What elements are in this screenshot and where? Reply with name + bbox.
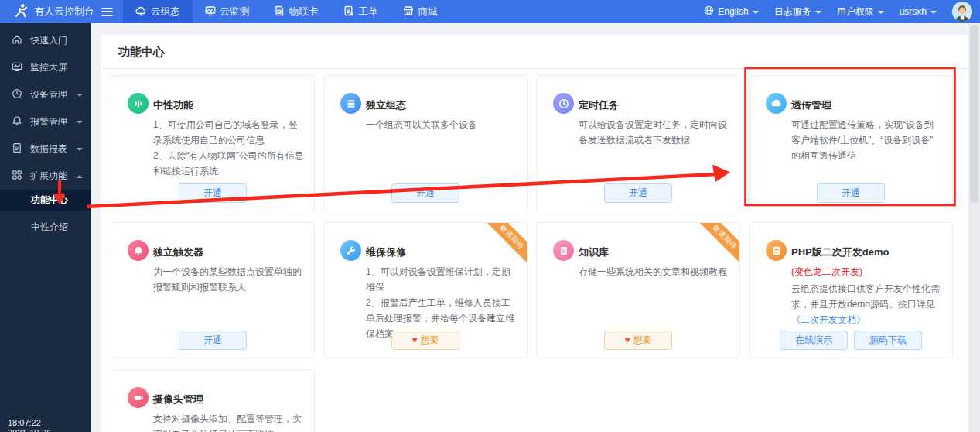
sidebar-item-label: 快速入门 [30,34,67,47]
nav-tab-label: 物联卡 [289,5,319,19]
scrollbar[interactable] [968,23,980,432]
card-title: PHP版二次开发demo [791,245,889,259]
scrollbar-thumb[interactable] [970,25,978,203]
activate-button[interactable]: 开通 [179,183,247,203]
sidebar-item-0[interactable]: 快速入门 [0,27,91,54]
card-description: 可通过配置透传策略，实现“设备到客户端软件/上位机”、“设备到设备”的相互透传通… [791,119,934,161]
card-title: 知识库 [579,245,609,259]
sidebar-item-2[interactable]: 设备管理 [0,81,91,108]
app-logo: 有人云控制台 [0,3,94,21]
activate-button[interactable]: 开通 [391,183,459,203]
coming-soon-ribbon: 敬请期待 [696,222,740,266]
feature-card-2: 定时任务 可以给设备设置定时任务，定时向设备发送数据流或者下发数据 开通 [536,75,740,211]
chevron-down-icon [77,148,83,151]
card-title: 独立触发器 [153,245,203,259]
chevron-down-icon [77,94,83,97]
coming-soon-ribbon: 敬请期待 [483,222,528,266]
nav-tab-label: 云监测 [220,5,250,19]
card-description: 可以给设备设置定时任务，定时向设备发送数据流或者下发数据 [579,119,727,146]
language-dropdown[interactable]: English [704,5,758,18]
card-title: 摄像头管理 [153,393,203,406]
nav-tab-1[interactable]: 云监测 [193,0,262,23]
card-red-note: (变色龙二次开发) [791,264,942,279]
language-label: English [718,6,748,17]
card-description: 存储一些系统相关的文章和视频教程 [579,266,727,277]
hamburger-menu-icon[interactable] [101,5,113,18]
layers-icon [340,93,361,114]
chevron-up-icon [77,175,83,178]
app-title: 有人云控制台 [34,5,94,19]
nav-tab-label: 商城 [418,5,438,19]
card-description: 云组态提供接口供客户开发个性化需求，并且开放demo源码。接口详见 [791,283,940,310]
chevron-down-icon [930,11,937,14]
nav-tab-label: 工单 [359,5,378,19]
chevron-down-icon [753,11,759,14]
wrench-icon [340,240,361,261]
sidebar-item-3[interactable]: 报警管理 [0,108,91,135]
top-navbar: 有人云控制台 云组态 云监测 物联卡 工单 商城 English [0,0,980,23]
card-action-button[interactable]: 在线演示 [780,331,848,350]
card-title: 中性功能 [153,98,193,112]
card-description: 一个组态可以关联多个设备 [366,119,477,130]
nav-tab-label: 云组态 [151,5,180,19]
running-person-logo-icon [14,3,29,21]
nav-tab-3[interactable]: 工单 [331,0,391,23]
sidebar-item-label: 监控大屏 [30,61,67,74]
feature-card-7: PHP版二次开发demo (变色龙二次开发) 云组态提供接口供客户开发个性化需求… [749,222,953,358]
screen-icon [12,61,30,74]
username-dropdown[interactable]: usrsxh [900,6,937,17]
bell-icon [128,240,149,261]
card-title: 透传管理 [791,98,831,112]
doc-link[interactable]: 《二次开发文档》 [791,314,866,325]
sidebar-item-label: 报警管理 [30,115,67,129]
sidebar-subitem-1[interactable]: 中性介绍 [0,217,91,238]
chevron-down-icon [815,11,821,14]
chevron-down-icon [878,11,884,14]
sidebar-item-4[interactable]: 数据报表 [0,135,91,163]
avatar[interactable] [952,2,972,22]
sidebar-subitem-0[interactable]: 功能中心 [0,190,91,211]
card-title: 维保保修 [366,245,406,259]
nav-tab-2[interactable]: 物联卡 [261,0,331,23]
report-icon [12,142,30,156]
apps-icon [12,170,30,183]
code-doc-icon [766,240,787,261]
feature-card-3: 透传管理 可通过配置透传策略，实现“设备到客户端软件/上位机”、“设备到设备”的… [749,75,953,211]
chevron-down-icon [77,121,83,124]
activate-button[interactable]: 开通 [817,183,885,203]
book-icon [553,240,574,261]
feature-card-0: 中性功能 1、可使用公司自己的域名登录，登录系统使用自己的公司信息 2、去除“有… [111,75,315,211]
topbar-right: English 日志服务 用户权限 usrsxh [704,2,980,22]
iot-card-icon [274,5,285,19]
nav-tab-4[interactable]: 商城 [391,0,450,23]
alarm-icon [12,115,30,129]
sidebar-item-1[interactable]: 监控大屏 [0,54,91,81]
sidebar-item-label: 设备管理 [30,88,67,101]
activate-button[interactable]: 开通 [604,183,672,203]
globe-icon [704,5,714,18]
cloud-icon [766,93,787,114]
feature-card-8: 摄像头管理 支持对摄像头添加、配置等管理，实现对自己关注场景的画面监控 [111,369,315,432]
cloud-monitor-icon [205,5,216,19]
sidebar-item-label: 扩展功能 [30,170,67,183]
activate-button[interactable]: 开通 [179,331,247,350]
heart-icon: ♥ [624,334,630,345]
user-permission-dropdown[interactable]: 用户权限 [837,5,884,19]
want-button[interactable]: ♥想要 [604,331,672,350]
home-icon [12,34,30,47]
heart-icon: ♥ [411,334,417,345]
mall-icon [403,5,414,19]
log-service-dropdown[interactable]: 日志服务 [774,5,821,19]
want-button[interactable]: ♥想要 [391,331,459,350]
log-service-label: 日志服务 [774,5,811,19]
nav-tab-0[interactable]: 云组态 [123,0,193,23]
card-description: 支持对摄像头添加、配置等管理，实现对自己关注场景的画面监控 [153,413,302,432]
sidebar-item-5[interactable]: 扩展功能 [0,163,91,190]
top-nav-tabs: 云组态 云监测 物联卡 工单 商城 [123,0,450,23]
clock-icon [553,93,574,114]
work-order-icon [343,5,354,19]
cloud-config-icon [135,5,146,19]
equalizer-icon [128,93,149,114]
user-permission-label: 用户权限 [837,5,874,19]
card-action-button[interactable]: 源码下载 [854,331,922,350]
